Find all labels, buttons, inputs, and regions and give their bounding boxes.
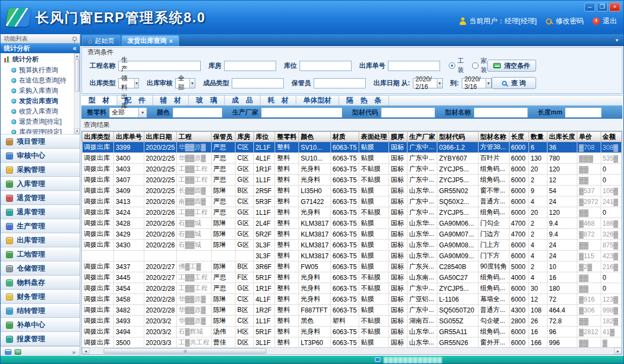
warehouse-input[interactable] [224, 61, 276, 71]
sidebar-menu-item[interactable]: 退货管理 [1, 191, 80, 205]
maximize-button[interactable]: ❐ [597, 3, 608, 11]
collapse-icon[interactable]: « [73, 44, 77, 52]
material-tab[interactable]: 耗 材 [260, 95, 296, 105]
material-tab[interactable]: 玻 璃 [189, 95, 225, 105]
sidebar-menu-item[interactable]: 出库管理 [1, 233, 80, 247]
sidebar-menu-item[interactable]: 结转管理 [1, 304, 80, 318]
material-tab[interactable]: 型 材 [81, 95, 117, 105]
table-row[interactable]: 调拨出库34032020/2/25工▓▓工程严思G区1R1F整料光身料6063-… [82, 164, 622, 175]
minimize-button[interactable]: – [584, 3, 595, 11]
column-header[interactable]: 型材代码 [437, 132, 479, 142]
table-row[interactable]: 调拨出库34582020/2/28华▓▓原▓陈琳C区4L1F整料光身料6063-… [82, 294, 622, 305]
sidebar-menu-item[interactable]: 采购管理 [1, 163, 80, 177]
table-row[interactable]: 调拨出库34092020/2/25长▓▓园▓陈琳B区2R5F整料LI35H060… [82, 186, 622, 196]
horizontal-scrollbar[interactable]: ◄ ► [82, 347, 622, 354]
calendar-icon[interactable] [5, 349, 11, 355]
scroll-down-icon[interactable]: ▼ [74, 129, 80, 134]
table-row[interactable]: 调拨出库34292020/2/26石▓▓城陈琳G区5R2F整料KLM381760… [82, 229, 622, 240]
pin-icon[interactable] [73, 37, 77, 41]
column-header[interactable]: 单价 [577, 132, 601, 142]
sidebar-section-stats[interactable]: 统计分析 « [1, 43, 80, 53]
date-from-picker[interactable]: 2020/ 2/16 ▼ [413, 78, 443, 88]
table-row[interactable]: 调拨出库34242020/2/26工▓▓工程严思G区1L1F整料光身料6063-… [82, 207, 622, 218]
column-header[interactable]: 保管员 [211, 132, 235, 142]
tab-list-dropdown-icon[interactable]: ▼ [615, 38, 619, 43]
scroll-left-icon[interactable]: ◄ [82, 348, 90, 354]
column-header[interactable]: 库房 [235, 132, 254, 142]
change-password-button[interactable]: 修改密码 [545, 16, 584, 26]
tree-item[interactable]: 预算执行查询 [4, 65, 73, 75]
tree-root[interactable]: 统计分析 [4, 55, 73, 64]
column-header[interactable]: 表面处理 [359, 132, 389, 142]
sidebar-menu-item[interactable]: 工地管理 [1, 247, 80, 261]
sidebar-menu-item[interactable]: 项目管理 [1, 135, 80, 149]
outbound-type-select[interactable]: 生产领料出库 ▼ [118, 78, 139, 88]
more-chevron-icon[interactable]: » [72, 349, 75, 355]
column-header[interactable]: 出库日期 [144, 132, 176, 142]
column-header[interactable]: 金额 [601, 132, 621, 142]
radio-gongzhuang[interactable] [449, 62, 455, 69]
column-header[interactable]: 生产厂家 [407, 132, 437, 142]
sidebar-menu-item[interactable]: 仓储管理 [1, 261, 80, 276]
tab-close-icon[interactable]: × [169, 39, 173, 44]
tab-home[interactable]: ⌂ 起始页 [82, 35, 120, 46]
column-header[interactable]: 型材名称 [478, 132, 509, 142]
profile-code-input[interactable] [381, 107, 435, 118]
sidebar-menu-item[interactable]: 退库管理 [1, 205, 80, 219]
material-tab[interactable]: 成 品 [225, 95, 260, 105]
table-row[interactable]: 调拨出库34132020/2/26南▓▓园▓严思C区5R3F整料G7142260… [82, 196, 622, 207]
column-header[interactable]: 长度 [509, 132, 529, 142]
tab-shipment-outbound-query[interactable]: 发货出库查询 × [122, 35, 179, 46]
close-button[interactable]: × [609, 3, 620, 11]
scroll-up-icon[interactable]: ▲ [74, 53, 80, 59]
table-row[interactable]: 3L3F整料KLM38176063-T5贴膜国标山东华...GA90M09...… [82, 251, 622, 261]
column-header[interactable]: 整零料 [275, 132, 299, 142]
sidebar-menu-item[interactable]: 报废管理 [1, 332, 80, 346]
column-header[interactable]: 出库类型 [82, 132, 114, 142]
sidebar-menu-item[interactable]: 物料盘存 [1, 276, 80, 290]
tree-scrollbar[interactable]: ▲ ▼ [74, 53, 80, 134]
column-header[interactable]: 库位 [254, 132, 275, 142]
order-no-input[interactable] [388, 61, 440, 71]
tree-item[interactable]: 退货查询[待定] [4, 117, 73, 127]
length-input[interactable] [565, 107, 602, 118]
table-row[interactable]: 调拨出库34302020/2/26石▓▓城陈琳G区3L3F整料KLM381760… [82, 240, 622, 251]
maker-input[interactable] [261, 107, 342, 118]
tree-item[interactable]: 在途信息查询[待 [4, 75, 73, 86]
radio-jiazhuang[interactable] [472, 62, 479, 69]
table-row[interactable]: 调拨出库34282020/2/26石▓▓城陈琳G区2L4F整料KLM381760… [82, 218, 622, 229]
sidebar-menu-item[interactable]: 审核中心 [1, 149, 80, 163]
material-tab[interactable]: 辅 材 [153, 95, 189, 105]
tree-item[interactable]: 库存管理[待定] [4, 127, 73, 135]
outbound-audit-select[interactable]: 全部 ▼ [175, 78, 195, 88]
table-row[interactable]: 调拨出库35002020/3/3工▓共工程曹佳D区3L1F整料LT3P60606… [82, 337, 622, 348]
sidebar-menu-item[interactable]: 财务管理 [1, 290, 80, 304]
date-to-picker[interactable]: 2020/ 3/16 ▼ [462, 78, 492, 88]
sidebar-menu-item[interactable]: 生产管理 [1, 219, 80, 233]
column-header[interactable]: 膜厚 [389, 132, 407, 142]
column-header[interactable]: 出库长度 [547, 132, 577, 142]
keeper-input[interactable] [314, 78, 366, 88]
tree-item[interactable]: 采购入库查询 [4, 86, 73, 96]
scrollbar-thumb[interactable] [104, 348, 266, 354]
table-row[interactable]: 调拨出库34942020/3/2石▓辉城汤伟H区5R1F整料光身料6063-T5… [82, 327, 622, 337]
table-row[interactable]: 调拨出库34372020/2/27佛▓工▓陈琳B区3R6F整料FW056063-… [82, 261, 622, 272]
location-input[interactable] [300, 61, 352, 71]
search-button[interactable]: 查 询 [492, 77, 536, 89]
table-row[interactable]: 调拨出库34072020/2/25工▓▓工程严思G区1L1F整料光身料6063-… [82, 175, 622, 186]
material-tab[interactable]: 隔 热 条 [339, 95, 389, 105]
monitor-icon[interactable] [15, 349, 21, 355]
material-tab[interactable]: 单体型材 [296, 95, 339, 105]
product-type-input[interactable] [232, 78, 284, 88]
table-row[interactable]: 调拨出库34542020/2/28工▓▓工程严思G区1R1F整料光身料6063-… [82, 283, 622, 294]
clear-conditions-button[interactable]: 清空条件 [487, 60, 536, 72]
tree-item[interactable]: 收货入库查询 [4, 106, 73, 117]
tree-item[interactable]: 发货出库查询 [4, 96, 73, 106]
sidebar-menu-item[interactable]: 入库管理 [1, 177, 80, 191]
color-input[interactable] [173, 107, 222, 118]
sidebar-menu-item[interactable]: 补单中心 [1, 318, 80, 332]
table-row[interactable]: 调拨出库34822020/2/28华▓▓原▓陈琳B区1R2F整料F887TFT6… [82, 305, 622, 316]
table-row[interactable]: 调拨出库34932020/3/2华▓▓原▓陈琳C区1L1F整料黑色塑料不贴膜国标… [82, 316, 622, 327]
column-header[interactable]: 材质 [330, 132, 359, 142]
column-header[interactable]: 工程 [177, 132, 212, 142]
